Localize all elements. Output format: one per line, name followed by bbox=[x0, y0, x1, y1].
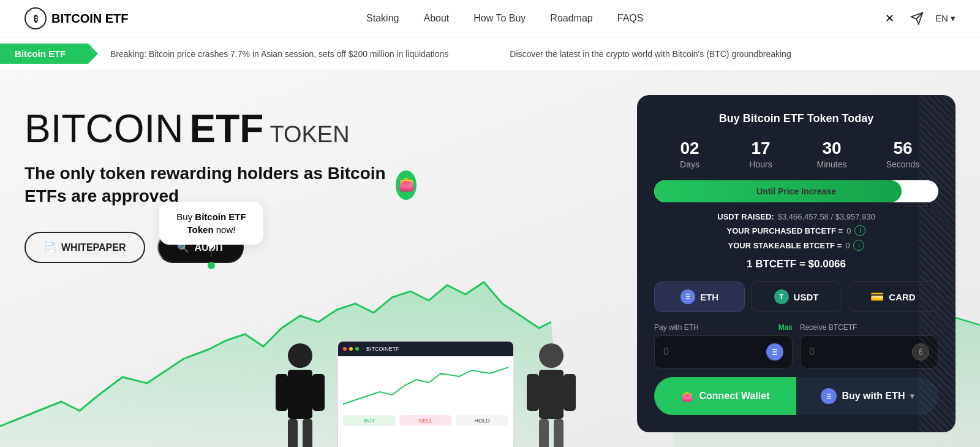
panel-title: Buy Bitcoin ETF Token Today bbox=[654, 112, 938, 125]
countdown-minutes: 30 Minutes bbox=[796, 139, 867, 169]
hatch-decoration bbox=[919, 95, 956, 432]
ticker-label: Bitcoin ETF bbox=[0, 44, 98, 64]
eth-icon: Ξ bbox=[680, 289, 695, 304]
whitepaper-icon: 📄 bbox=[44, 242, 56, 253]
progress-label: Until Price Increase bbox=[756, 186, 836, 196]
purchased-row: YOUR PURCHASED BTCETF = 0 i bbox=[654, 225, 938, 236]
bubble-dot bbox=[208, 262, 215, 269]
tab-card-label: CARD bbox=[889, 292, 915, 302]
connect-wallet-icon: 👛 bbox=[681, 391, 693, 402]
purchased-info-icon[interactable]: i bbox=[854, 225, 865, 236]
buy-with-eth-button[interactable]: Ξ Buy with ETH ▾ bbox=[796, 377, 938, 415]
pay-label-row: Pay with ETH Max bbox=[654, 323, 793, 332]
hero-buttons: 📄 WHITEPAPER 🔍 AUDIT bbox=[24, 232, 625, 263]
buy-panel: Buy Bitcoin ETF Token Today 02 Days 17 H… bbox=[637, 95, 956, 432]
svg-rect-6 bbox=[288, 419, 298, 447]
usdt-raised-row: USDT RAISED: $3,466,457.58 / $3,957,930 bbox=[654, 212, 938, 221]
svg-rect-4 bbox=[276, 374, 288, 411]
bubble-stem bbox=[211, 245, 212, 257]
svg-rect-11 bbox=[564, 374, 576, 411]
speech-bubble: Buy Bitcoin ETF Token now! bbox=[159, 202, 263, 245]
svg-rect-12 bbox=[539, 419, 549, 447]
pay-eth-icon: Ξ bbox=[766, 343, 783, 361]
nav-faqs[interactable]: FAQS bbox=[617, 13, 644, 24]
svg-rect-10 bbox=[527, 374, 539, 411]
input-row: Pay with ETH Max 0 Ξ Receive BTCETF bbox=[654, 323, 938, 369]
days-label: Days bbox=[654, 159, 725, 169]
navbar: ₿ BITCOIN ETF Staking About How To Buy R… bbox=[0, 0, 980, 37]
logo[interactable]: ₿ BITCOIN ETF bbox=[24, 7, 129, 29]
x-social-icon[interactable]: ✕ bbox=[881, 10, 899, 27]
svg-rect-13 bbox=[554, 419, 564, 447]
person-left-figure bbox=[270, 340, 331, 447]
ticker-text-1: Breaking: Bitcoin price crashes 7.7% in … bbox=[98, 49, 448, 59]
card-payment-icon: 💳 bbox=[870, 290, 884, 304]
progress-bar: Until Price Increase bbox=[654, 180, 938, 202]
pay-value: 0 bbox=[663, 346, 761, 357]
nav-how-to-buy[interactable]: How To Buy bbox=[473, 13, 526, 24]
nav-links: Staking About How To Buy Roadmap FAQS bbox=[366, 13, 643, 24]
receive-value: 0 bbox=[809, 346, 907, 357]
whitepaper-button[interactable]: 📄 WHITEPAPER bbox=[24, 232, 145, 263]
bubble-text: Buy Bitcoin ETF Token now! bbox=[176, 212, 246, 235]
receive-label-row: Receive BTCETF bbox=[800, 323, 938, 332]
tab-eth-label: ETH bbox=[700, 292, 718, 302]
receive-label: Receive BTCETF bbox=[800, 323, 857, 332]
max-button[interactable]: Max bbox=[778, 323, 793, 332]
price-display: 1 BTCETF = $0.0066 bbox=[654, 258, 938, 270]
chevron-down-icon: ▾ bbox=[910, 392, 914, 400]
minutes-value: 30 bbox=[796, 139, 867, 158]
tab-usdt-label: USDT bbox=[794, 292, 819, 302]
main-content: BITCOIN ETF TOKEN The only token rewardi… bbox=[0, 71, 980, 447]
days-value: 02 bbox=[654, 139, 725, 158]
buy-eth-icon: Ξ bbox=[821, 388, 837, 404]
hero-subtitle: The only token rewarding holders as Bitc… bbox=[24, 162, 417, 207]
receive-input-field[interactable]: 0 ₿ bbox=[800, 335, 938, 369]
minutes-label: Minutes bbox=[796, 159, 867, 169]
hero-title: BITCOIN ETF TOKEN bbox=[24, 107, 625, 150]
pay-input-field[interactable]: 0 Ξ bbox=[654, 335, 793, 369]
countdown-timer: 02 Days 17 Hours 30 Minutes 56 Seconds bbox=[654, 139, 938, 169]
nav-about[interactable]: About bbox=[423, 13, 449, 24]
wallet-emoji-icon: 👛 bbox=[396, 170, 417, 200]
ticker-bar: Bitcoin ETF Breaking: Bitcoin price cras… bbox=[0, 37, 980, 71]
dashboard-screen: BITCOINETF BUY SELL HOLD bbox=[337, 340, 514, 447]
svg-rect-7 bbox=[303, 419, 312, 447]
progress-container: Until Price Increase bbox=[654, 180, 938, 202]
receive-input-group: Receive BTCETF 0 ₿ bbox=[800, 323, 938, 369]
pay-label: Pay with ETH bbox=[654, 323, 699, 332]
pay-input-group: Pay with ETH Max 0 Ξ bbox=[654, 323, 793, 369]
connect-wallet-button[interactable]: 👛 Connect Wallet bbox=[654, 377, 796, 415]
payment-tabs: Ξ ETH T USDT 💳 CARD bbox=[654, 281, 938, 312]
countdown-days: 02 Days bbox=[654, 139, 725, 169]
countdown-hours: 17 Hours bbox=[725, 139, 796, 169]
nav-staking[interactable]: Staking bbox=[366, 13, 399, 24]
stats-section: USDT RAISED: $3,466,457.58 / $3,957,930 … bbox=[654, 212, 938, 251]
svg-point-2 bbox=[288, 343, 312, 368]
tab-eth[interactable]: Ξ ETH bbox=[654, 281, 745, 312]
ticker-text-2: Discover the latest in the crypto world … bbox=[497, 49, 791, 59]
language-selector[interactable]: EN ▾ bbox=[935, 13, 956, 24]
stakeable-info-icon[interactable]: i bbox=[853, 240, 864, 251]
action-buttons: 👛 Connect Wallet Ξ Buy with ETH ▾ bbox=[654, 377, 938, 415]
title-token: TOKEN bbox=[270, 122, 349, 148]
person-right-figure bbox=[521, 340, 582, 447]
logo-text: BITCOIN ETF bbox=[51, 12, 129, 26]
title-etf: ETF bbox=[190, 107, 264, 150]
title-bitcoin: BITCOIN bbox=[24, 107, 184, 150]
telegram-icon[interactable] bbox=[908, 10, 925, 27]
logo-icon: ₿ bbox=[24, 7, 47, 29]
svg-rect-5 bbox=[312, 374, 325, 411]
svg-rect-9 bbox=[539, 370, 564, 419]
nav-roadmap[interactable]: Roadmap bbox=[550, 13, 592, 24]
hours-value: 17 bbox=[725, 139, 796, 158]
svg-rect-3 bbox=[288, 370, 312, 419]
tab-usdt[interactable]: T USDT bbox=[751, 281, 842, 312]
hours-label: Hours bbox=[725, 159, 796, 169]
usdt-icon: T bbox=[774, 289, 789, 304]
svg-point-8 bbox=[539, 343, 564, 368]
stakeable-row: YOUR STAKEABLE BTCETF = 0 i bbox=[654, 240, 938, 251]
figures-area: BITCOINETF BUY SELL HOLD bbox=[270, 340, 582, 447]
navbar-icons: ✕ EN ▾ bbox=[881, 10, 956, 27]
